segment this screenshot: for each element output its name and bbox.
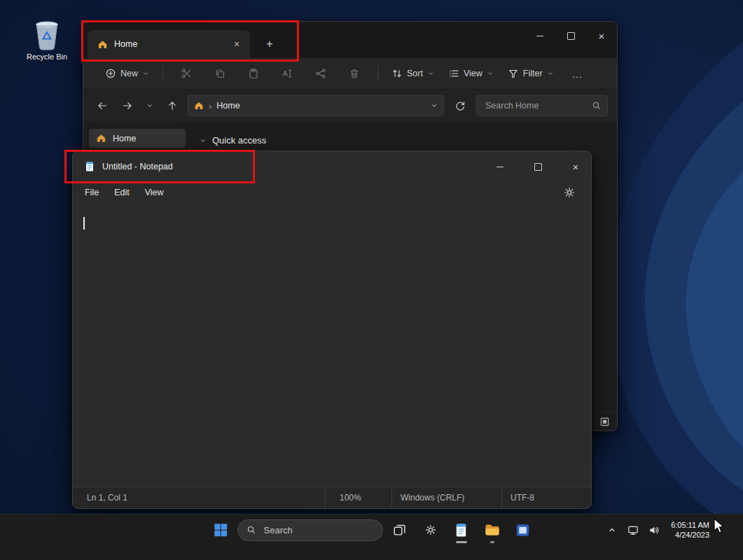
menu-file[interactable]: File (77, 185, 106, 200)
system-tray: 6:05:11 AM 4/24/2023 (602, 514, 709, 545)
chevron-down-icon (547, 70, 554, 77)
up-icon (167, 100, 178, 111)
close-button[interactable]: × (586, 22, 617, 50)
view-icon (448, 68, 459, 79)
taskbar-clock[interactable]: 6:05:11 AM 4/24/2023 (671, 520, 709, 540)
status-encoding: UTF-8 (501, 487, 591, 508)
start-button[interactable] (207, 516, 235, 544)
menu-view[interactable]: View (137, 185, 172, 200)
close-button[interactable]: × (560, 151, 591, 182)
new-button[interactable]: New (99, 62, 155, 85)
toolbar-divider (162, 66, 163, 81)
breadcrumb-separator: › (209, 102, 211, 111)
gear-icon (425, 524, 436, 536)
task-view-icon (392, 522, 408, 538)
delete-button[interactable] (342, 62, 366, 85)
back-icon (97, 100, 108, 111)
large-icons-view-button[interactable] (596, 414, 613, 429)
sidebar-item-home[interactable]: Home (89, 129, 186, 148)
settings-app-button[interactable] (417, 516, 445, 544)
taskbar-notepad-button[interactable] (447, 516, 475, 544)
notepad-menu-bar: File Edit View (73, 182, 591, 203)
minimize-button[interactable] (485, 151, 515, 182)
task-view-button[interactable] (386, 516, 414, 544)
share-icon (315, 68, 326, 79)
new-icon (105, 68, 116, 79)
rename-icon (282, 68, 293, 79)
mouse-cursor (713, 518, 728, 535)
paste-button[interactable] (242, 62, 265, 85)
network-button[interactable] (623, 516, 643, 544)
view-button[interactable]: View (442, 62, 500, 85)
menu-edit[interactable]: Edit (106, 185, 137, 200)
filter-icon (508, 68, 519, 79)
notepad-editor[interactable] (73, 203, 591, 487)
rename-button[interactable] (275, 62, 299, 85)
desktop: Recycle Bin Home × + × (0, 0, 743, 560)
network-icon (627, 524, 639, 536)
minimize-icon (536, 36, 543, 36)
maximize-icon (567, 32, 575, 40)
volume-button[interactable] (644, 516, 664, 544)
toolbar-divider (377, 66, 378, 81)
chevron-down-icon (142, 70, 149, 77)
recycle-bin-icon (33, 20, 61, 50)
cut-button[interactable] (174, 62, 198, 85)
quick-access-label: Quick access (212, 135, 266, 146)
sort-icon (391, 68, 403, 79)
copy-icon (214, 68, 225, 79)
forward-button[interactable] (118, 96, 137, 115)
status-cursor-position: Ln 1, Col 1 (73, 487, 325, 508)
chevron-up-icon (608, 526, 616, 534)
volume-icon (648, 524, 660, 536)
search-icon (592, 101, 602, 111)
windows-logo-icon (213, 522, 228, 538)
breadcrumb-location[interactable]: Home (216, 101, 239, 111)
explorer-search-input[interactable] (484, 100, 592, 111)
quick-access-header[interactable]: Quick access (200, 135, 617, 146)
share-button[interactable] (309, 62, 333, 85)
text-caret (83, 217, 85, 230)
search-icon (246, 525, 256, 535)
up-button[interactable] (162, 96, 182, 115)
back-button[interactable] (92, 96, 112, 115)
filter-button[interactable]: Filter (501, 62, 560, 85)
status-line-ending: Windows (CRLF) (391, 487, 501, 508)
sort-button[interactable]: Sort (385, 62, 440, 85)
delete-icon (349, 68, 360, 79)
maximize-button[interactable] (555, 22, 586, 50)
tray-overflow-button[interactable] (602, 516, 622, 544)
cut-icon (181, 68, 192, 79)
recycle-bin-label: Recycle Bin (20, 52, 74, 61)
clock-date: 4/24/2023 (671, 530, 709, 540)
taskbar-search-input[interactable] (263, 524, 374, 536)
explorer-search-box[interactable] (476, 95, 608, 116)
status-zoom[interactable]: 100% (325, 487, 391, 508)
chevron-down-icon (487, 70, 494, 77)
explorer-command-bar: New (83, 58, 617, 90)
minimize-button[interactable] (525, 22, 555, 50)
refresh-icon (454, 100, 466, 111)
copy-button[interactable] (208, 62, 232, 85)
recycle-bin[interactable]: Recycle Bin (20, 20, 74, 61)
paste-icon (248, 68, 259, 79)
settings-button[interactable] (557, 183, 581, 202)
chevron-down-icon (146, 102, 153, 109)
taskbar-search[interactable] (237, 519, 383, 541)
maximize-button[interactable] (522, 151, 553, 182)
address-bar[interactable]: › Home (188, 95, 444, 116)
quick-access-chevron-icon (200, 137, 207, 144)
minimize-icon (497, 167, 504, 167)
see-more-button[interactable]: … (566, 62, 590, 85)
refresh-button[interactable] (450, 96, 471, 115)
maximize-icon (534, 163, 542, 171)
address-dropdown-icon[interactable] (431, 102, 438, 109)
notepad-window: Untitled - Notepad × File Edit View Ln 1… (72, 150, 592, 509)
taskbar-app-button[interactable] (509, 516, 537, 544)
recent-locations-button[interactable] (143, 96, 157, 115)
taskbar-explorer-button[interactable] (478, 516, 506, 544)
notepad-icon (453, 522, 469, 538)
large-icons-view-icon (599, 416, 610, 427)
forward-icon (122, 100, 133, 111)
annotation-highlight-explorer-tab (81, 20, 299, 62)
